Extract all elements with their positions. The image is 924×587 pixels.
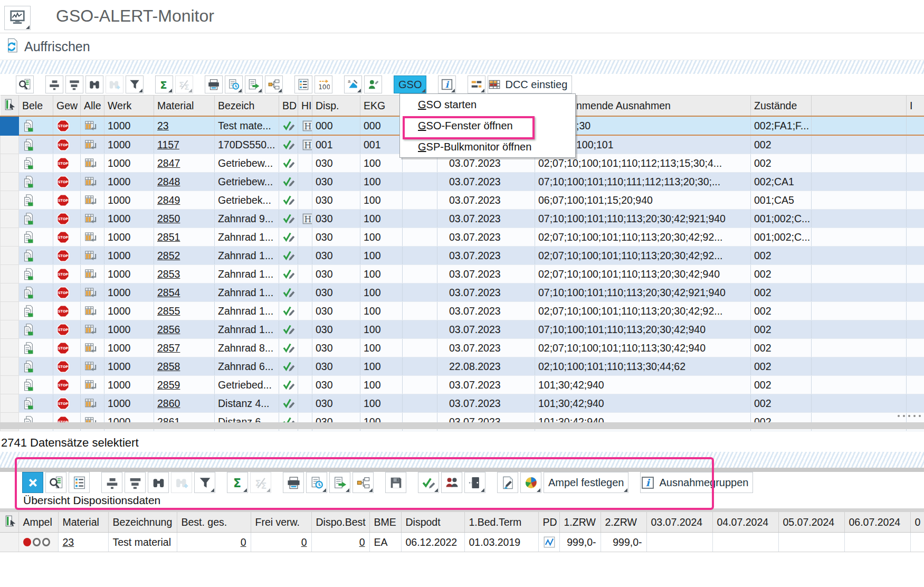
info-button[interactable]: i xyxy=(438,75,456,93)
material-link[interactable]: 2854 xyxy=(157,287,180,298)
grid-return-icon[interactable] xyxy=(81,116,104,135)
grid-return-icon[interactable] xyxy=(81,357,104,376)
document-icon[interactable] xyxy=(19,394,53,413)
cell-ampel[interactable] xyxy=(18,533,58,552)
cell-material[interactable]: 23 xyxy=(58,533,108,552)
stock-link[interactable]: 0 xyxy=(241,536,246,548)
row-selector[interactable] xyxy=(1,394,19,413)
dcc-einstieg-button[interactable]: DCC einstieg xyxy=(488,75,572,93)
document-icon[interactable] xyxy=(19,191,53,210)
document-icon[interactable] xyxy=(19,265,53,283)
stop-icon[interactable]: STOP xyxy=(53,135,81,154)
cell-material[interactable]: 2847 xyxy=(154,154,215,173)
list-layout-button[interactable] xyxy=(69,472,90,493)
splitter-bar[interactable] xyxy=(0,468,924,472)
row-selector[interactable] xyxy=(1,320,19,339)
document-icon[interactable] xyxy=(19,302,53,320)
splitter-grip[interactable] xyxy=(898,415,921,417)
sum-button[interactable]: Σ xyxy=(155,75,173,93)
cell-dispo-best[interactable]: 0 xyxy=(311,533,369,552)
sum-button[interactable]: Σ xyxy=(227,472,248,493)
document-icon[interactable] xyxy=(19,320,53,339)
check-pencil-icon[interactable] xyxy=(279,173,298,191)
select-all-corner[interactable] xyxy=(1,96,19,117)
material-link[interactable]: 23 xyxy=(157,120,169,131)
document-icon[interactable] xyxy=(19,116,53,135)
list-output-button[interactable] xyxy=(294,75,312,93)
check-pencil-icon[interactable] xyxy=(279,357,298,376)
document-icon[interactable] xyxy=(19,376,53,394)
material-link[interactable]: 23 xyxy=(63,536,74,548)
check-pencil-icon[interactable] xyxy=(279,283,298,302)
material-link[interactable]: 2851 xyxy=(157,231,180,243)
check-pencil-icon[interactable] xyxy=(279,247,298,265)
gso-button[interactable]: GSO xyxy=(394,75,426,93)
row-selector[interactable] xyxy=(1,265,19,283)
grid-return-icon[interactable] xyxy=(81,247,104,265)
edit-document-button[interactable] xyxy=(497,472,518,493)
menu-item-gso-starten[interactable]: GSO starten xyxy=(400,94,575,115)
cell-material[interactable]: 2854 xyxy=(154,283,215,302)
material-link[interactable]: 2848 xyxy=(157,176,180,187)
check-pencil-icon[interactable] xyxy=(279,302,298,320)
legend-button[interactable] xyxy=(468,75,485,93)
cell-material[interactable]: 2859 xyxy=(154,376,215,394)
sort-asc-button[interactable] xyxy=(45,75,63,93)
row-selector[interactable] xyxy=(1,339,19,357)
stop-icon[interactable]: STOP xyxy=(53,154,81,173)
grid-return-icon[interactable] xyxy=(81,228,104,247)
row-selector[interactable] xyxy=(1,228,19,247)
grid-return-icon[interactable] xyxy=(81,265,104,283)
row-selector[interactable] xyxy=(1,376,19,394)
export-button[interactable] xyxy=(245,75,263,93)
choose-detail-button[interactable] xyxy=(45,472,66,493)
stop-icon[interactable]: STOP xyxy=(53,394,81,413)
check-pencil-icon[interactable] xyxy=(279,210,298,228)
stop-icon[interactable]: STOP xyxy=(53,339,81,357)
check-pencil-icon[interactable] xyxy=(279,116,298,135)
menu-item-gso-fenster-oeffnen[interactable]: GSO-Fenster öffnen xyxy=(400,115,575,136)
material-link[interactable]: 2859 xyxy=(157,379,180,391)
document-icon[interactable] xyxy=(19,283,53,302)
ausnahmegruppen-button[interactable]: iAusnahmegruppen xyxy=(640,472,753,493)
close-button[interactable] xyxy=(22,472,43,493)
stop-icon[interactable]: STOP xyxy=(53,320,81,339)
cell-material[interactable]: 2852 xyxy=(154,247,215,265)
cell-best-ges[interactable]: 0 xyxy=(177,533,251,552)
row-selector[interactable] xyxy=(1,302,19,320)
master-data-button[interactable] xyxy=(364,75,382,93)
material-link[interactable]: 2858 xyxy=(157,361,180,372)
save-button[interactable] xyxy=(385,472,406,493)
cell-material[interactable]: 23 xyxy=(154,116,215,135)
users-button[interactable] xyxy=(441,472,462,493)
cell-material[interactable]: 2858 xyxy=(154,357,215,376)
find-button[interactable] xyxy=(85,75,103,93)
check-pencil-icon[interactable] xyxy=(279,154,298,173)
stop-icon[interactable]: STOP xyxy=(53,357,81,376)
check-pencil-icon[interactable] xyxy=(279,376,298,394)
grid-return-icon[interactable] xyxy=(81,210,104,228)
grid-return-icon[interactable] xyxy=(81,302,104,320)
filter-button[interactable] xyxy=(126,75,144,93)
row-selector[interactable] xyxy=(1,154,19,173)
check-pencil-icon[interactable] xyxy=(279,265,298,283)
row-selector[interactable] xyxy=(1,116,19,135)
cell-material[interactable]: 2850 xyxy=(154,210,215,228)
grid-return-icon[interactable] xyxy=(81,339,104,357)
cell-material[interactable]: 2860 xyxy=(154,394,215,413)
grid-return-icon[interactable] xyxy=(81,173,104,191)
material-link[interactable]: 2857 xyxy=(157,342,180,354)
grid-return-icon[interactable] xyxy=(81,135,104,154)
document-icon[interactable] xyxy=(19,173,53,191)
layout-button[interactable] xyxy=(353,472,374,493)
stop-icon[interactable]: STOP xyxy=(53,116,81,135)
row-selector[interactable] xyxy=(1,247,19,265)
cell-material[interactable]: 1157 xyxy=(154,135,215,154)
exit-button[interactable] xyxy=(464,472,485,493)
cell-material[interactable]: 2856 xyxy=(154,320,215,339)
views-button[interactable] xyxy=(225,75,243,93)
horizontal-scrollbar[interactable] xyxy=(0,422,924,429)
export-button[interactable] xyxy=(329,472,350,493)
traffic-light[interactable] xyxy=(23,533,54,552)
check-pencil-icon[interactable] xyxy=(279,339,298,357)
